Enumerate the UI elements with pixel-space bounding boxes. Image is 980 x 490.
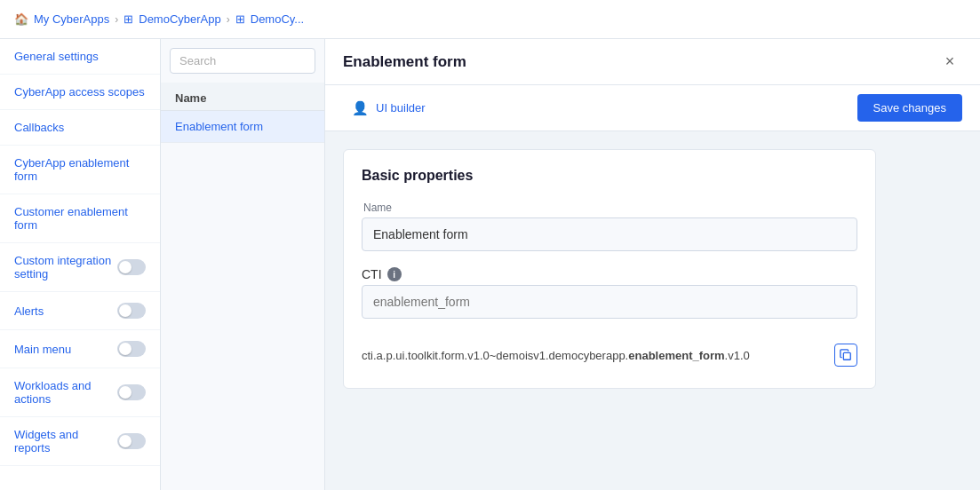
alerts-toggle[interactable] — [117, 303, 146, 319]
sidebar-label: Callbacks — [14, 121, 64, 134]
breadcrumb-bar: 🏠 My CyberApps › ⊞ DemoCyberApp › ⊞ Demo… — [0, 0, 980, 39]
breadcrumb-my-cyber-apps[interactable]: 🏠 My CyberApps — [14, 12, 109, 26]
cti-path-bold: enablement_form — [628, 349, 724, 362]
info-icon[interactable]: i — [387, 267, 402, 281]
breadcrumb-label-3: DemoCy... — [251, 12, 304, 26]
search-box — [161, 39, 324, 83]
sidebar-label: Customer enablement form — [14, 205, 146, 232]
search-input[interactable] — [170, 48, 315, 74]
workloads-toggle[interactable] — [117, 384, 146, 400]
panel-title: Enablement form — [343, 53, 466, 71]
sidebar-item-custom-integration-setting[interactable]: Custom integration setting — [0, 243, 160, 292]
cti-field-group: CTI i — [362, 267, 857, 319]
cti-path-prefix: cti.a.p.ui.toolkit.form.v1.0~demoisv1.de… — [362, 349, 628, 362]
sidebar-item-cyberapp-access-scopes[interactable]: CyberApp access scopes — [0, 75, 160, 110]
name-field-group: Name — [362, 202, 857, 251]
sidebar-label: CyberApp access scopes — [14, 85, 145, 99]
svg-rect-0 — [843, 352, 850, 360]
ui-builder-tab[interactable]: 👤 UI builder — [343, 95, 434, 122]
name-field-input[interactable] — [362, 217, 857, 251]
widgets-toggle[interactable] — [117, 433, 146, 449]
sidebar-item-workloads-and-actions[interactable]: Workloads and actions — [0, 368, 160, 417]
name-field-label: Name — [362, 202, 857, 214]
sidebar: General settings CyberApp access scopes … — [0, 39, 161, 490]
sidebar-label: CyberApp enablement form — [14, 156, 146, 183]
basic-properties-card: Basic properties Name CTI i — [343, 149, 876, 389]
middle-list-header: Name — [161, 83, 324, 111]
cti-path-suffix: .v1.0 — [725, 349, 750, 362]
copy-icon — [840, 349, 852, 361]
sidebar-item-callbacks[interactable]: Callbacks — [0, 110, 160, 146]
sidebar-item-main-menu[interactable]: Main menu — [0, 330, 160, 368]
ui-builder-label: UI builder — [376, 101, 426, 115]
custom-integration-toggle[interactable] — [117, 259, 146, 275]
grid-icon-1: ⊞ — [123, 12, 133, 26]
middle-panel: Name Enablement form — [161, 39, 325, 490]
sidebar-item-general-settings[interactable]: General settings — [0, 39, 160, 75]
sidebar-label: Widgets and reports — [14, 428, 117, 454]
cti-field-input[interactable] — [362, 285, 857, 319]
grid-icon-2: ⊞ — [235, 12, 245, 26]
copy-button[interactable] — [834, 344, 857, 367]
cti-full-path: cti.a.p.ui.toolkit.form.v1.0~demoisv1.de… — [362, 335, 857, 370]
content-area: Basic properties Name CTI i — [325, 131, 980, 490]
sidebar-item-widgets-and-reports[interactable]: Widgets and reports — [0, 417, 160, 466]
save-changes-button[interactable]: Save changes — [857, 94, 962, 122]
breadcrumb-sep-2: › — [227, 13, 230, 26]
home-icon: 🏠 — [14, 12, 28, 26]
sidebar-label: Main menu — [14, 343, 71, 356]
sidebar-label: Alerts — [14, 304, 44, 318]
breadcrumb-sep-1: › — [115, 13, 118, 26]
sidebar-label: General settings — [14, 50, 99, 63]
breadcrumb-demo-cyber-app[interactable]: ⊞ DemoCyberApp — [123, 12, 221, 26]
cti-label-row: CTI i — [362, 267, 857, 281]
cti-path-text: cti.a.p.ui.toolkit.form.v1.0~demoisv1.de… — [362, 349, 827, 362]
breadcrumb-label-2: DemoCyberApp — [139, 12, 221, 26]
card-title: Basic properties — [362, 168, 857, 184]
breadcrumb-label: My CyberApps — [34, 12, 109, 26]
right-panel-header: Enablement form × — [325, 39, 980, 85]
cti-label: CTI — [362, 267, 382, 281]
sidebar-item-alerts[interactable]: Alerts — [0, 292, 160, 330]
toolbar: 👤 UI builder Save changes — [325, 85, 980, 131]
ui-builder-icon: 👤 — [352, 100, 369, 116]
close-button[interactable]: × — [937, 50, 962, 75]
sidebar-label: Workloads and actions — [14, 379, 117, 406]
middle-list-item-enablement-form[interactable]: Enablement form — [161, 111, 324, 143]
sidebar-label: Custom integration setting — [14, 254, 117, 281]
main-menu-toggle[interactable] — [117, 341, 146, 357]
sidebar-item-customer-enablement-form[interactable]: Customer enablement form — [0, 194, 160, 243]
breadcrumb-demo-cy[interactable]: ⊞ DemoCy... — [235, 12, 304, 26]
sidebar-item-cyberapp-enablement-form[interactable]: CyberApp enablement form — [0, 146, 160, 194]
right-panel: Enablement form × 👤 UI builder Save chan… — [325, 39, 980, 490]
